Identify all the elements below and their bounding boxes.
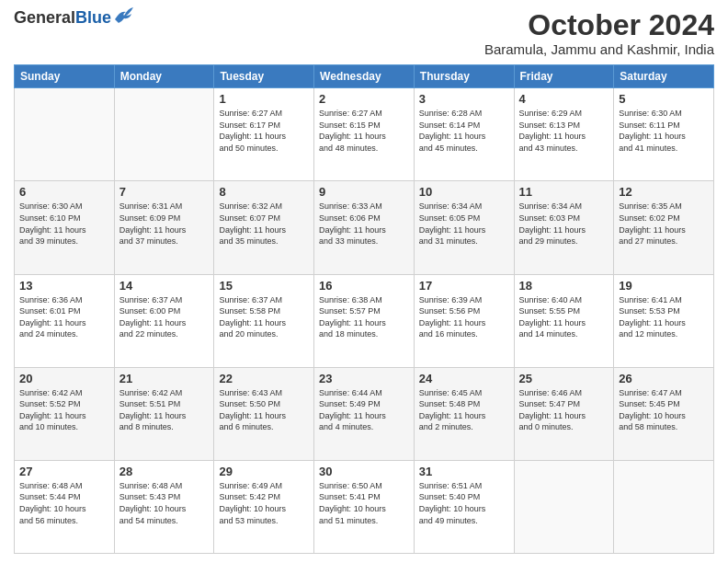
page: GeneralBlue October 2024 Baramula, Jammu… [0, 0, 728, 563]
col-thursday: Thursday [414, 65, 514, 88]
day-number: 31 [419, 465, 509, 478]
col-monday: Monday [114, 65, 214, 88]
table-row: 6Sunrise: 6:30 AM Sunset: 6:10 PM Daylig… [15, 181, 115, 274]
table-row: 28Sunrise: 6:48 AM Sunset: 5:43 PM Dayli… [114, 460, 214, 553]
day-info: Sunrise: 6:29 AM Sunset: 6:13 PM Dayligh… [519, 108, 609, 154]
day-number: 20 [19, 372, 109, 385]
day-number: 10 [419, 185, 509, 199]
logo-text: GeneralBlue [14, 9, 111, 28]
day-number: 24 [419, 372, 509, 385]
table-row [114, 88, 214, 181]
title-block: October 2024 Baramula, Jammu and Kashmir… [484, 9, 714, 57]
table-row: 21Sunrise: 6:42 AM Sunset: 5:51 PM Dayli… [114, 367, 214, 460]
calendar: Sunday Monday Tuesday Wednesday Thursday… [14, 64, 714, 554]
table-row [15, 88, 115, 181]
day-number: 26 [619, 372, 709, 385]
day-number: 14 [119, 279, 210, 293]
day-number: 13 [19, 279, 109, 293]
table-row: 20Sunrise: 6:42 AM Sunset: 5:52 PM Dayli… [15, 367, 115, 460]
day-number: 12 [619, 185, 709, 199]
day-number: 17 [419, 279, 509, 293]
day-info: Sunrise: 6:38 AM Sunset: 5:57 PM Dayligh… [319, 294, 409, 340]
day-info: Sunrise: 6:42 AM Sunset: 5:52 PM Dayligh… [19, 387, 109, 433]
day-info: Sunrise: 6:51 AM Sunset: 5:40 PM Dayligh… [419, 480, 509, 526]
day-info: Sunrise: 6:50 AM Sunset: 5:41 PM Dayligh… [319, 480, 409, 526]
calendar-week-row: 20Sunrise: 6:42 AM Sunset: 5:52 PM Dayli… [15, 367, 714, 460]
table-row: 27Sunrise: 6:48 AM Sunset: 5:44 PM Dayli… [15, 460, 115, 553]
table-row: 17Sunrise: 6:39 AM Sunset: 5:56 PM Dayli… [414, 274, 514, 367]
table-row: 19Sunrise: 6:41 AM Sunset: 5:53 PM Dayli… [614, 274, 714, 367]
day-number: 7 [119, 185, 210, 199]
day-number: 3 [419, 92, 509, 106]
day-number: 5 [619, 92, 709, 106]
day-number: 4 [519, 92, 609, 106]
table-row: 3Sunrise: 6:28 AM Sunset: 6:14 PM Daylig… [414, 88, 514, 181]
day-info: Sunrise: 6:32 AM Sunset: 6:07 PM Dayligh… [219, 201, 309, 247]
day-info: Sunrise: 6:40 AM Sunset: 5:55 PM Dayligh… [519, 294, 609, 340]
table-row: 15Sunrise: 6:37 AM Sunset: 5:58 PM Dayli… [214, 274, 314, 367]
day-number: 22 [219, 372, 309, 385]
day-info: Sunrise: 6:30 AM Sunset: 6:11 PM Dayligh… [619, 108, 709, 154]
day-number: 30 [319, 465, 409, 478]
table-row: 22Sunrise: 6:43 AM Sunset: 5:50 PM Dayli… [214, 367, 314, 460]
page-subtitle: Baramula, Jammu and Kashmir, India [484, 41, 714, 57]
table-row: 8Sunrise: 6:32 AM Sunset: 6:07 PM Daylig… [214, 181, 314, 274]
day-number: 16 [319, 279, 409, 293]
col-tuesday: Tuesday [214, 65, 314, 88]
col-sunday: Sunday [15, 65, 115, 88]
table-row: 23Sunrise: 6:44 AM Sunset: 5:49 PM Dayli… [314, 367, 415, 460]
day-info: Sunrise: 6:30 AM Sunset: 6:10 PM Dayligh… [19, 201, 109, 247]
calendar-week-row: 13Sunrise: 6:36 AM Sunset: 6:01 PM Dayli… [15, 274, 714, 367]
col-friday: Friday [514, 65, 614, 88]
page-title: October 2024 [484, 9, 714, 41]
table-row: 10Sunrise: 6:34 AM Sunset: 6:05 PM Dayli… [414, 181, 514, 274]
day-info: Sunrise: 6:35 AM Sunset: 6:02 PM Dayligh… [619, 201, 709, 247]
table-row: 18Sunrise: 6:40 AM Sunset: 5:55 PM Dayli… [514, 274, 614, 367]
table-row: 24Sunrise: 6:45 AM Sunset: 5:48 PM Dayli… [414, 367, 514, 460]
calendar-week-row: 1Sunrise: 6:27 AM Sunset: 6:17 PM Daylig… [15, 88, 714, 181]
day-info: Sunrise: 6:34 AM Sunset: 6:05 PM Dayligh… [419, 201, 509, 247]
day-info: Sunrise: 6:43 AM Sunset: 5:50 PM Dayligh… [219, 387, 309, 433]
day-number: 18 [519, 279, 609, 293]
calendar-week-row: 6Sunrise: 6:30 AM Sunset: 6:10 PM Daylig… [15, 181, 714, 274]
day-info: Sunrise: 6:47 AM Sunset: 5:45 PM Dayligh… [619, 387, 709, 433]
day-info: Sunrise: 6:37 AM Sunset: 6:00 PM Dayligh… [119, 294, 210, 340]
logo-bird-icon [113, 6, 133, 23]
day-number: 19 [619, 279, 709, 293]
table-row: 26Sunrise: 6:47 AM Sunset: 5:45 PM Dayli… [614, 367, 714, 460]
day-info: Sunrise: 6:33 AM Sunset: 6:06 PM Dayligh… [319, 201, 409, 247]
day-number: 9 [319, 185, 409, 199]
day-number: 8 [219, 185, 309, 199]
calendar-header-row: Sunday Monday Tuesday Wednesday Thursday… [15, 65, 714, 88]
calendar-week-row: 27Sunrise: 6:48 AM Sunset: 5:44 PM Dayli… [15, 460, 714, 553]
table-row: 9Sunrise: 6:33 AM Sunset: 6:06 PM Daylig… [314, 181, 415, 274]
day-number: 27 [19, 465, 109, 478]
day-info: Sunrise: 6:41 AM Sunset: 5:53 PM Dayligh… [619, 294, 709, 340]
table-row [514, 460, 614, 553]
day-info: Sunrise: 6:46 AM Sunset: 5:47 PM Dayligh… [519, 387, 609, 433]
day-number: 25 [519, 372, 609, 385]
logo-general: General [14, 8, 75, 27]
day-info: Sunrise: 6:49 AM Sunset: 5:42 PM Dayligh… [219, 480, 309, 526]
logo: GeneralBlue [14, 9, 133, 28]
day-info: Sunrise: 6:36 AM Sunset: 6:01 PM Dayligh… [19, 294, 109, 340]
day-info: Sunrise: 6:27 AM Sunset: 6:15 PM Dayligh… [319, 108, 409, 154]
table-row [614, 460, 714, 553]
header: GeneralBlue October 2024 Baramula, Jammu… [14, 9, 714, 57]
day-number: 28 [119, 465, 210, 478]
day-info: Sunrise: 6:44 AM Sunset: 5:49 PM Dayligh… [319, 387, 409, 433]
table-row: 25Sunrise: 6:46 AM Sunset: 5:47 PM Dayli… [514, 367, 614, 460]
logo-blue: Blue [75, 8, 111, 27]
day-number: 11 [519, 185, 609, 199]
table-row: 2Sunrise: 6:27 AM Sunset: 6:15 PM Daylig… [314, 88, 415, 181]
table-row: 5Sunrise: 6:30 AM Sunset: 6:11 PM Daylig… [614, 88, 714, 181]
day-info: Sunrise: 6:37 AM Sunset: 5:58 PM Dayligh… [219, 294, 309, 340]
table-row: 31Sunrise: 6:51 AM Sunset: 5:40 PM Dayli… [414, 460, 514, 553]
table-row: 13Sunrise: 6:36 AM Sunset: 6:01 PM Dayli… [15, 274, 115, 367]
day-info: Sunrise: 6:39 AM Sunset: 5:56 PM Dayligh… [419, 294, 509, 340]
day-info: Sunrise: 6:48 AM Sunset: 5:43 PM Dayligh… [119, 480, 210, 526]
col-wednesday: Wednesday [314, 65, 415, 88]
day-info: Sunrise: 6:45 AM Sunset: 5:48 PM Dayligh… [419, 387, 509, 433]
day-number: 1 [219, 92, 309, 106]
day-number: 29 [219, 465, 309, 478]
